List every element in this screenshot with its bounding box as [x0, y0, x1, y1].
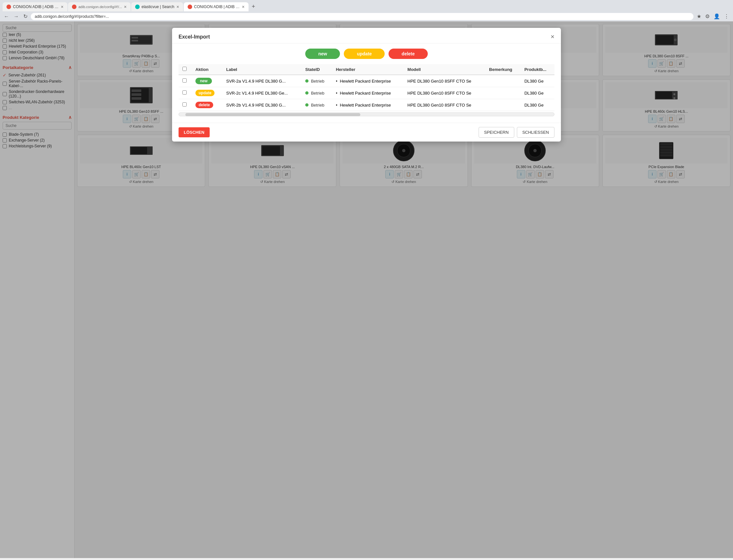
modal-body: new update delete Aktion Lab [172, 43, 561, 123]
row3-label-cell: SVR-2b V1.4.9 HPE DL380 G... [222, 99, 301, 111]
row2-state-cell: Betrieb [301, 87, 332, 99]
loeschen-button[interactable]: LÖSCHEN [178, 127, 210, 137]
action-buttons-row: new update delete [178, 49, 555, 59]
table-row: delete SVR-2b V1.4.9 HPE DL380 G... Betr… [178, 99, 555, 111]
col-header-label: Label [222, 64, 301, 75]
schliessen-button[interactable]: SCHLIESSEN [517, 127, 555, 138]
row3-state-dot [305, 103, 308, 107]
row2-aktion-cell: update [191, 87, 222, 99]
tab-1-favicon [6, 5, 11, 9]
modal-title: Excel-Import [178, 34, 210, 40]
select-all-checkbox[interactable] [182, 67, 187, 71]
row1-checkbox-cell [178, 75, 191, 87]
row2-aktion-badge: update [195, 90, 214, 96]
tab-4-close[interactable]: × [242, 4, 245, 9]
tab-4-title: CONIGON ADIB | ADIB Config [194, 5, 240, 9]
tab-4[interactable]: CONIGON ADIB | ADIB Config × [184, 2, 248, 11]
tab-1-close[interactable]: × [61, 4, 63, 9]
row2-bemerkung-cell [485, 87, 521, 99]
delete-filter-button[interactable]: delete [389, 49, 428, 59]
reload-button[interactable]: ↻ [22, 13, 29, 20]
tab-2-favicon [72, 5, 76, 9]
address-input[interactable] [31, 13, 693, 20]
row1-aktion-badge: new [195, 78, 212, 84]
row2-produktb-cell: DL380 Ge [521, 87, 555, 99]
footer-right-buttons: SPEICHERN SCHLIESSEN [479, 127, 555, 138]
row3-hersteller: Hewlett Packard Enterprise [340, 103, 391, 108]
row1-modell-cell: HPE DL380 Gen10 8SFF CTO Se [404, 75, 485, 87]
horizontal-scrollbar[interactable] [178, 112, 555, 116]
import-table: Aktion Label StateID Hersteller Modell B… [178, 64, 555, 111]
excel-import-modal: Excel-Import × new update delete [172, 28, 561, 142]
tab-2-title: adib.conigon.de/config/#!/... [78, 5, 122, 9]
new-tab-button[interactable]: + [249, 2, 258, 11]
row2-state-label: Betrieb [311, 91, 324, 96]
menu-icon[interactable]: ⋮ [723, 13, 730, 20]
profile-icon[interactable]: 👤 [712, 13, 721, 20]
table-row: update SVR-2c V1.4.9 HPE DL380 Ge... Bet… [178, 87, 555, 99]
row3-modell-cell: HPE DL380 Gen10 8SFF CTO Se [404, 99, 485, 111]
bookmark-icon[interactable]: ★ [695, 13, 703, 20]
row3-aktion-cell: delete [191, 99, 222, 111]
row2-label-cell: SVR-2c V1.4.9 HPE DL380 Ge... [222, 87, 301, 99]
col-header-bemerkung: Bemerkung [485, 64, 521, 75]
row3-state-cell: Betrieb [301, 99, 332, 111]
row1-label-cell: SVR-2a V1.4.9 HPE DL380 G... [222, 75, 301, 87]
col-header-modell: Modell [404, 64, 485, 75]
tab-4-favicon [188, 5, 192, 9]
col-header-produktb: Produktb... [521, 64, 555, 75]
modal-footer: LÖSCHEN SPEICHERN SCHLIESSEN [172, 123, 561, 142]
row2-checkbox[interactable] [182, 90, 187, 95]
row1-hersteller-cell: • Hewlett Packard Enterprise [332, 75, 404, 87]
row2-modell-cell: HPE DL380 Gen10 8SFF CTO Se [404, 87, 485, 99]
row2-bullet: • [336, 91, 337, 96]
tab-3[interactable]: elasticvue | Search × [131, 2, 183, 11]
row1-state-dot [305, 79, 308, 83]
row3-state-label: Betrieb [311, 103, 324, 108]
scroll-thumb[interactable] [185, 113, 360, 116]
tab-1[interactable]: CONIGON ADIB | ADIB Config × [3, 2, 67, 11]
forward-button[interactable]: → [12, 13, 20, 20]
import-table-scroll: Aktion Label StateID Hersteller Modell B… [178, 64, 555, 111]
row2-hersteller-cell: • Hewlett Packard Enterprise [332, 87, 404, 99]
row1-aktion-cell: new [191, 75, 222, 87]
col-header-aktion: Aktion [191, 64, 222, 75]
back-button[interactable]: ← [3, 13, 10, 20]
row3-aktion-badge: delete [195, 102, 213, 108]
table-header-row: Aktion Label StateID Hersteller Modell B… [178, 64, 555, 75]
row3-checkbox[interactable] [182, 102, 187, 107]
tab-3-close[interactable]: × [177, 4, 179, 9]
table-row: new SVR-2a V1.4.9 HPE DL380 G... Betrieb… [178, 75, 555, 87]
speichern-button[interactable]: SPEICHERN [479, 127, 514, 138]
row1-produktb-cell: DL380 Ge [521, 75, 555, 87]
row2-state-dot [305, 91, 308, 95]
tab-2[interactable]: adib.conigon.de/config/#!/... × [68, 2, 131, 11]
new-filter-button[interactable]: new [305, 49, 340, 59]
tab-2-close[interactable]: × [124, 4, 127, 9]
row1-hersteller: Hewlett Packard Enterprise [340, 79, 391, 84]
row2-hersteller: Hewlett Packard Enterprise [340, 91, 391, 96]
toolbar-icons: ★ ⚙ 👤 ⋮ [695, 13, 730, 20]
row3-checkbox-cell [178, 99, 191, 111]
row1-bullet: • [336, 79, 337, 84]
update-filter-button[interactable]: update [344, 49, 385, 59]
modal-header: Excel-Import × [172, 28, 561, 43]
address-bar: ← → ↻ ★ ⚙ 👤 ⋮ [0, 11, 733, 21]
row1-state-cell: Betrieb [301, 75, 332, 87]
tab-3-title: elasticvue | Search [142, 5, 175, 9]
row3-bemerkung-cell [485, 99, 521, 111]
col-header-hersteller: Hersteller [332, 64, 404, 75]
col-header-checkbox [178, 64, 191, 75]
main-content: leer (5) nicht leer (256) Hewlett Packar… [0, 21, 733, 558]
row3-produktb-cell: DL380 Ge [521, 99, 555, 111]
modal-close-button[interactable]: × [551, 33, 555, 40]
row1-bemerkung-cell [485, 75, 521, 87]
tab-3-favicon [135, 5, 140, 9]
modal-overlay: Excel-Import × new update delete [0, 21, 733, 558]
extension-icon[interactable]: ⚙ [704, 13, 711, 20]
row3-hersteller-cell: • Hewlett Packard Enterprise [332, 99, 404, 111]
tab-1-title: CONIGON ADIB | ADIB Config [13, 5, 59, 9]
row1-checkbox[interactable] [182, 78, 187, 83]
col-header-stateid: StateID [301, 64, 332, 75]
browser-chrome: CONIGON ADIB | ADIB Config × adib.conigo… [0, 0, 733, 21]
